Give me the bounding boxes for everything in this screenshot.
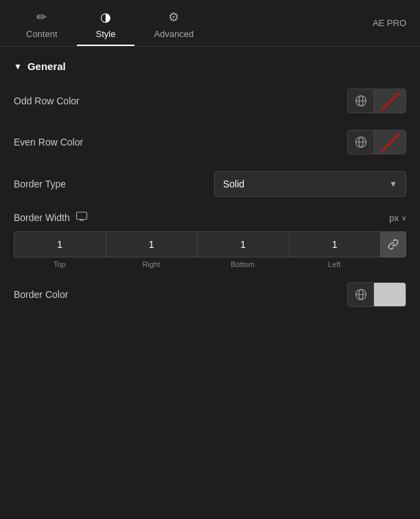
odd-row-color-swatch	[374, 89, 406, 113]
border-type-label: Border Type	[14, 178, 66, 189]
border-width-label: Border Width	[14, 212, 70, 223]
unit-chevron-icon: ∨	[401, 214, 406, 222]
even-row-color-swatch	[374, 130, 406, 154]
border-width-left-input[interactable]	[289, 231, 381, 257]
half-circle-icon: ◑	[100, 10, 111, 25]
border-width-sublabels: Top Right Bottom Left	[14, 257, 406, 268]
tab-advanced-label: Advanced	[154, 29, 194, 39]
monitor-icon[interactable]	[75, 211, 88, 224]
border-width-right-input[interactable]	[106, 231, 198, 257]
border-width-inputs-group	[14, 231, 406, 257]
border-width-section: Border Width px ∨	[14, 211, 406, 268]
border-color-row: Border Color	[14, 282, 406, 307]
border-color-picker[interactable]	[347, 282, 406, 307]
main-content: ▼ General Odd Row Color Even Row Color	[0, 47, 420, 337]
tab-bar: ✏ Content ◑ Style ⚙ Advanced AE PRO	[0, 0, 420, 47]
left-sublabel: Left	[289, 260, 381, 268]
ae-pro-badge: AE PRO	[366, 11, 413, 35]
odd-row-color-label: Odd Row Color	[14, 95, 80, 106]
border-type-row: Border Type Solid ▼	[14, 171, 406, 197]
border-width-label-group: Border Width	[14, 211, 88, 224]
tab-content-label: Content	[26, 29, 58, 39]
border-width-inputs-row	[14, 231, 380, 257]
border-width-top-input[interactable]	[14, 231, 106, 257]
border-width-header: Border Width px ∨	[14, 211, 406, 224]
even-row-color-label: Even Row Color	[14, 137, 83, 148]
globe-icon-border	[348, 283, 374, 306]
pencil-icon: ✏	[36, 10, 47, 25]
odd-row-color-picker[interactable]	[347, 89, 406, 113]
section-arrow-icon: ▼	[14, 62, 22, 71]
border-width-bottom-input[interactable]	[197, 231, 289, 257]
top-sublabel: Top	[14, 260, 106, 268]
even-row-color-picker[interactable]	[347, 130, 406, 154]
tab-content[interactable]: ✏ Content	[7, 0, 77, 46]
even-row-color-row: Even Row Color	[14, 130, 406, 154]
unit-value: px	[389, 213, 399, 223]
dropdown-arrow-icon: ▼	[389, 179, 397, 189]
border-color-label: Border Color	[14, 289, 68, 300]
border-width-link-button[interactable]	[380, 231, 406, 257]
right-sublabel: Right	[106, 260, 198, 268]
odd-row-color-row: Odd Row Color	[14, 89, 406, 113]
unit-selector[interactable]: px ∨	[389, 213, 406, 223]
border-type-dropdown[interactable]: Solid ▼	[214, 171, 406, 197]
tab-advanced[interactable]: ⚙ Advanced	[135, 0, 213, 46]
tab-style[interactable]: ◑ Style	[77, 0, 135, 46]
svg-rect-6	[76, 212, 86, 220]
section-general-header: ▼ General	[14, 60, 406, 72]
border-color-swatch	[374, 283, 406, 306]
bottom-sublabel: Bottom	[197, 260, 289, 268]
globe-icon-odd	[348, 89, 374, 113]
tab-style-label: Style	[96, 29, 116, 39]
section-title: General	[27, 60, 66, 72]
gear-icon: ⚙	[168, 10, 179, 25]
globe-icon-even	[348, 130, 374, 154]
border-type-value: Solid	[223, 178, 244, 189]
